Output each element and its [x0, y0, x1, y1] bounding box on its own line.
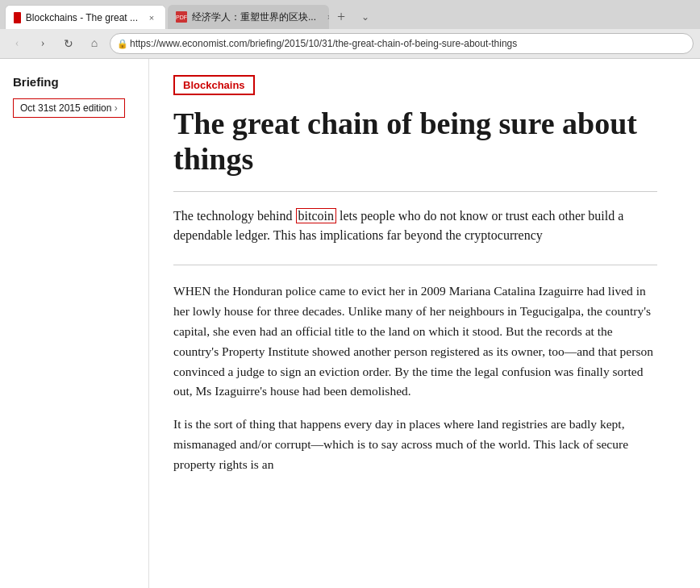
lock-icon: 🔒 [117, 39, 128, 49]
bitcoin-link[interactable]: bitcoin [296, 208, 336, 223]
refresh-button[interactable]: ↻ [58, 33, 79, 54]
forward-button[interactable]: › [32, 33, 53, 54]
tab-economist-cn[interactable]: PDF 经济学人：重塑世界的区块... × [168, 5, 329, 29]
tab-label-1: Blockchains - The great ... [26, 12, 138, 23]
tab-close-2[interactable]: × [324, 11, 329, 23]
article-title: The great chain of being sure about thin… [173, 106, 657, 177]
tab-close-1[interactable]: × [146, 12, 157, 23]
article-category-tag[interactable]: Blockchains [173, 75, 255, 95]
new-tab-button[interactable]: + [331, 6, 352, 27]
sidebar: Briefing Oct 31st 2015 edition [0, 59, 149, 588]
article-divider-2 [173, 265, 657, 265]
body-paragraph-1: WHEN the Honduran police came to evict h… [173, 281, 657, 402]
browser-chrome: Blockchains - The great ... × PDF 经济学人：重… [0, 0, 700, 59]
tab-blockchains[interactable]: Blockchains - The great ... × [5, 5, 166, 29]
article-divider-1 [173, 191, 657, 192]
home-button[interactable]: ⌂ [84, 33, 105, 54]
article-subtitle: The technology behind bitcoin lets peopl… [173, 206, 657, 245]
back-button[interactable]: ‹ [6, 33, 27, 54]
sidebar-section-title: Briefing [13, 75, 135, 89]
tab-menu-button[interactable]: ⌄ [355, 6, 376, 27]
tab-favicon-2: PDF [176, 11, 187, 23]
tab-favicon-1 [14, 12, 21, 23]
page-content: Briefing Oct 31st 2015 edition Blockchai… [0, 59, 700, 588]
address-bar-row: ‹ › ↻ ⌂ 🔒 https://www.economist.com/brie… [0, 29, 700, 58]
sidebar-edition-link[interactable]: Oct 31st 2015 edition [13, 98, 125, 118]
body-paragraph-2: It is the sort of thing that happens eve… [173, 415, 657, 474]
address-text: https://www.economist.com/briefing/2015/… [130, 38, 517, 49]
tab-bar: Blockchains - The great ... × PDF 经济学人：重… [0, 0, 700, 29]
article-body: WHEN the Honduran police came to evict h… [173, 281, 657, 474]
subtitle-before-bitcoin: The technology behind [173, 209, 296, 223]
tab-label-2: 经济学人：重塑世界的区块... [192, 10, 316, 24]
address-input[interactable]: 🔒 https://www.economist.com/briefing/201… [110, 33, 694, 54]
article-area: Blockchains The great chain of being sur… [149, 59, 681, 588]
